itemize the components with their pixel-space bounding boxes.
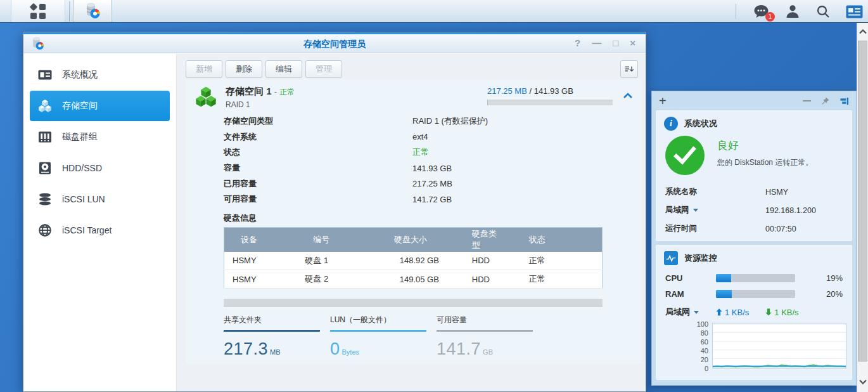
minimize-button[interactable]: —	[592, 38, 601, 48]
table-row[interactable]: HSMY硬盘 2149.05 GBHDD正常	[224, 270, 603, 289]
search-icon[interactable]	[815, 4, 831, 19]
axis-tick-label: 0	[665, 364, 708, 373]
network-interface-dropdown[interactable]: 局域网	[665, 306, 716, 318]
sidebar-item-iscsi-lun[interactable]: iSCSI LUN	[30, 184, 170, 214]
sidebar-item-label: 存储空间	[62, 100, 98, 112]
meter-fill	[716, 290, 732, 298]
notifications-icon[interactable]: 1	[753, 4, 770, 19]
download-speed: 1 KB/s	[765, 308, 798, 317]
sidebar-item-disk-group[interactable]: 磁盘群组	[30, 122, 170, 152]
stat-unit: GB	[483, 348, 493, 356]
toolbar-button[interactable]: 新增	[186, 60, 222, 78]
toolbar-button[interactable]: 删除	[226, 60, 262, 78]
table-cell: HSMY	[224, 252, 297, 270]
volume-panel: 存储空间 1 - 正常 RAID 1 217.25 MB / 141.93 GB	[186, 79, 642, 364]
storage-manager-icon	[84, 3, 101, 19]
health-label[interactable]: 局域网	[665, 205, 765, 216]
user-icon[interactable]	[785, 4, 800, 19]
table-cell: 硬盘 1	[297, 252, 369, 270]
network-throughput-row: 局域网 1 KB/s 1 KB/s	[656, 303, 852, 321]
usage-total: 141.93 GB	[534, 86, 573, 96]
collapse-chevron-up-icon[interactable]	[623, 92, 633, 99]
add-widget-button[interactable]: +	[659, 95, 667, 107]
table-cell: HSMY	[224, 270, 297, 289]
iscsi-lun-icon	[37, 192, 53, 207]
window-controls: ?—□×	[575, 32, 635, 53]
pilot-view-icon[interactable]	[846, 5, 863, 18]
stat-label: 可用容量	[437, 315, 543, 325]
sidebar-item-iscsi-target[interactable]: iSCSI Target	[30, 215, 170, 245]
health-status: 良好	[717, 138, 739, 153]
info-icon: i	[664, 117, 678, 131]
stat-number: 141.7	[437, 339, 481, 358]
table-cell: HDD	[452, 252, 501, 270]
help-button[interactable]: ?	[575, 38, 580, 48]
upload-speed: 1 KB/s	[716, 308, 749, 317]
main-menu-button[interactable]	[11, 0, 65, 22]
detail-label: 已用容量	[224, 178, 412, 190]
storage-manager-taskbar-button[interactable]	[73, 0, 112, 22]
column-header[interactable]: 编号	[297, 227, 369, 252]
detail-row: 可用容量141.72 GB	[224, 192, 642, 207]
maximize-button[interactable]: □	[613, 38, 618, 48]
system-health-widget: i 系统状况 良好 您的 DiskStation 运转正常。 系统名称HSMY局…	[656, 110, 852, 241]
sidebar-item-label: iSCSI Target	[62, 225, 112, 235]
column-header[interactable]: 硬盘大小	[369, 227, 452, 252]
hdd-icon	[37, 160, 53, 176]
detail-row: 已用容量217.25 MB	[224, 176, 642, 192]
resource-meters: CPU19%RAM20%	[656, 270, 852, 302]
resource-meter: RAM20%	[656, 286, 852, 302]
detail-value: ext4	[412, 132, 428, 141]
iscsi-target-icon	[37, 223, 53, 238]
widget-title: 资源监控	[684, 252, 717, 264]
table-cell: 正常	[501, 252, 603, 270]
scroll-up-icon[interactable]	[857, 25, 868, 38]
detail-value: 141.72 GB	[412, 195, 452, 204]
detail-label: 容量	[224, 162, 412, 174]
network-chart: 100806040200	[656, 323, 852, 373]
chevron-down-icon	[694, 311, 699, 314]
detail-value: 141.93 GB	[412, 164, 452, 173]
axis-tick-label: 60	[665, 337, 708, 346]
titlebar[interactable]: 存储空间管理员 ?—□×	[23, 32, 646, 53]
sidebar-item-hdd[interactable]: HDD/SSD	[30, 153, 170, 183]
toolbar-button[interactable]: 管理	[305, 60, 342, 78]
toolbar-button[interactable]: 编辑	[265, 60, 302, 78]
column-header[interactable]: 设备	[224, 227, 297, 252]
stat-underline	[330, 330, 426, 332]
sidebar: 系统概况存储空间磁盘群组HDD/SSDiSCSI LUNiSCSI Target	[23, 54, 177, 391]
sidebar-item-overview[interactable]: 系统概况	[30, 60, 170, 90]
axis-tick-label: 100	[665, 320, 708, 329]
volume-details: 存储空间类型RAID 1 (有数据保护)文件系统ext4状态正常容量141.93…	[224, 114, 642, 207]
close-button[interactable]: ×	[630, 38, 635, 48]
pin-icon[interactable]	[820, 96, 830, 106]
sort-button[interactable]	[620, 60, 638, 78]
desktop-scrollbar[interactable]	[857, 23, 868, 392]
column-header[interactable]: 状态	[501, 227, 603, 252]
storage-manager-window: 存储空间管理员 ?—□× 系统概况存储空间磁盘群组HDD/SSDiSCSI LU…	[23, 32, 646, 392]
axis-tick-label: 20	[665, 355, 708, 364]
volume-icon	[194, 84, 218, 110]
disk-table: 设备编号硬盘大小硬盘类型状态 HSMY硬盘 1148.92 GBHDD正常HSM…	[224, 227, 603, 289]
minimize-widgets-icon[interactable]	[803, 100, 811, 101]
detail-value: RAID 1 (有数据保护)	[412, 115, 488, 127]
dock-right-icon[interactable]	[839, 96, 849, 106]
resource-meter: CPU19%	[656, 270, 852, 286]
health-label: 系统名称	[665, 186, 765, 197]
sidebar-item-volume[interactable]: 存储空间	[30, 91, 170, 121]
table-row[interactable]: HSMY硬盘 1148.92 GBHDD正常	[224, 252, 603, 270]
scrollbar-thumb[interactable]	[858, 41, 867, 362]
detail-row: 存储空间类型RAID 1 (有数据保护)	[224, 114, 642, 129]
content-area: 新增删除编辑管理	[177, 54, 646, 391]
health-row: 系统名称HSMY	[665, 183, 846, 201]
widget-title: 系统状况	[684, 118, 717, 129]
health-value: HSMY	[765, 188, 788, 197]
taskbar-divider	[69, 1, 70, 22]
column-header[interactable]: 硬盘类型	[452, 227, 501, 252]
pulse-icon	[664, 251, 678, 265]
table-cell: 149.05 GB	[369, 270, 452, 289]
volume-header: 存储空间 1 - 正常 RAID 1 217.25 MB / 141.93 GB	[186, 79, 642, 112]
detail-value: 217.25 MB	[412, 179, 452, 188]
stat-value: 141.7GB	[437, 339, 543, 359]
scroll-down-icon[interactable]	[857, 376, 868, 388]
